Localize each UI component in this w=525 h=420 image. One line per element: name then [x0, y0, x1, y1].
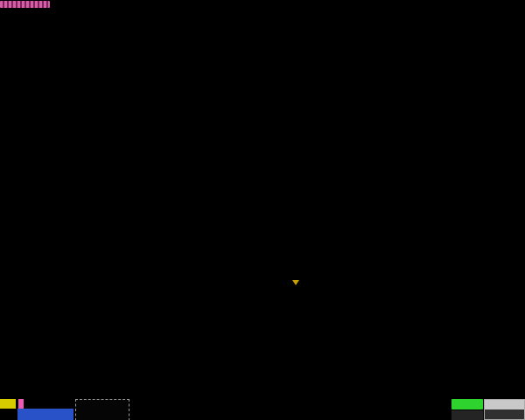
oscilloscope-screen — [0, 0, 525, 420]
channel-c2-label — [18, 399, 24, 409]
hd-mode-badge — [452, 399, 483, 410]
time-axis — [0, 282, 525, 291]
waveform-display[interactable] — [0, 0, 525, 281]
channel-c2-badge[interactable] — [18, 399, 24, 409]
channel-c2-scale[interactable] — [18, 409, 74, 420]
timebase-panel[interactable] — [484, 399, 525, 420]
adc-bits-label — [452, 410, 483, 420]
timebase-value — [485, 410, 524, 419]
add-trace-button[interactable] — [75, 399, 130, 420]
timebase-label — [485, 400, 524, 410]
measurement-histicons — [0, 375, 271, 402]
channel-c1-badge[interactable] — [0, 399, 16, 409]
trigger-time-marker-icon[interactable] — [292, 280, 299, 285]
